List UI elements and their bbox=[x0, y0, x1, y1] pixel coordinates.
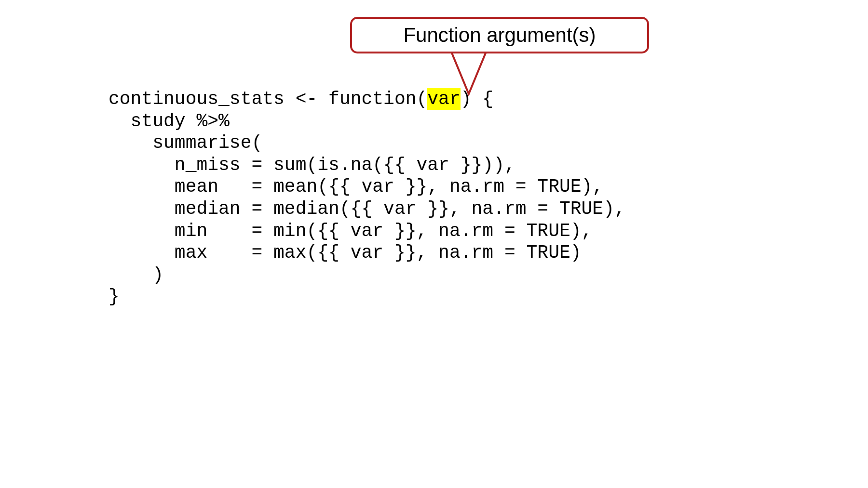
code-line-10: } bbox=[108, 286, 120, 307]
callout-arrow-icon bbox=[435, 46, 502, 99]
code-line-8: max = max({{ var }}, na.rm = TRUE) bbox=[108, 242, 582, 263]
code-line-5: mean = mean({{ var }}, na.rm = TRUE), bbox=[108, 176, 603, 197]
code-block: continuous_stats <- function(var) { stud… bbox=[108, 88, 625, 308]
code-line-4: n_miss = sum(is.na({{ var }})), bbox=[108, 155, 515, 175]
code-line-1-pre: continuous_stats <- function( bbox=[108, 89, 427, 109]
callout-label: Function argument(s) bbox=[403, 24, 596, 46]
code-line-2: study %>% bbox=[108, 111, 230, 132]
code-line-6: median = median({{ var }}, na.rm = TRUE)… bbox=[108, 198, 625, 219]
callout-box: Function argument(s) bbox=[350, 17, 649, 53]
code-line-9: ) bbox=[108, 264, 163, 285]
code-line-7: min = min({{ var }}, na.rm = TRUE), bbox=[108, 221, 592, 241]
callout-annotation: Function argument(s) bbox=[350, 17, 649, 53]
code-line-3: summarise( bbox=[108, 132, 262, 153]
